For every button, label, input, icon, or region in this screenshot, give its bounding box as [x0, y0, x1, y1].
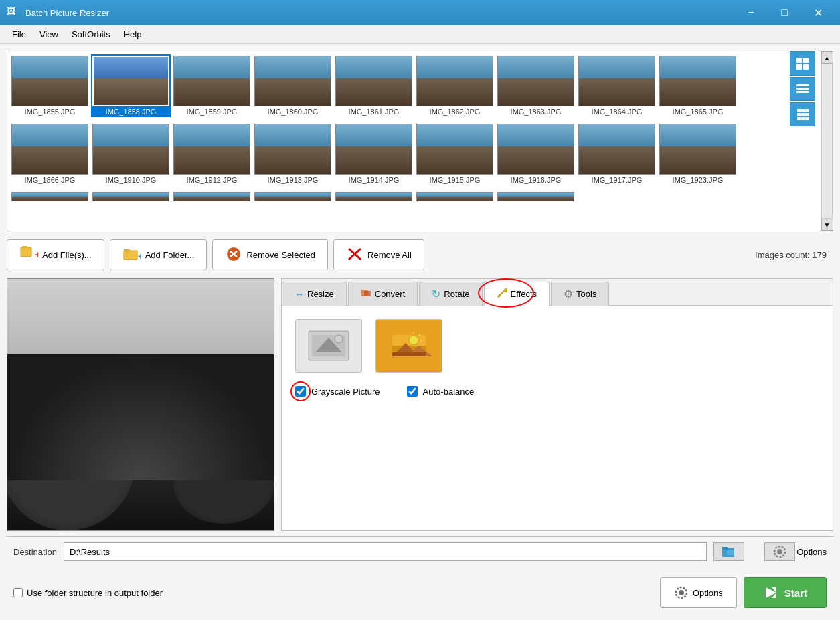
- effects-icons-grid: [295, 319, 819, 373]
- effects-svg-icon: [497, 288, 507, 298]
- svg-rect-45: [392, 352, 426, 356]
- scroll-up-button[interactable]: ▲: [821, 51, 833, 64]
- menu-file[interactable]: File: [5, 27, 33, 42]
- add-folder-button[interactable]: + Add Folder...: [110, 239, 207, 270]
- remove-selected-button[interactable]: Remove Selected: [212, 239, 328, 270]
- destination-browse-button[interactable]: [713, 542, 744, 561]
- bottom-buttons: Use folder structure in output folder Op…: [7, 572, 833, 613]
- thumb-1917[interactable]: IMG_1917.JPG: [577, 122, 657, 185]
- folder-structure-checkbox[interactable]: [13, 588, 23, 597]
- thumb-1859[interactable]: IMG_1859.JPG: [172, 54, 252, 117]
- svg-text:+: +: [138, 251, 141, 262]
- add-folder-label: Add Folder...: [145, 250, 195, 260]
- tab-tools[interactable]: ⚙ Tools: [551, 282, 609, 306]
- maximize-button[interactable]: □: [769, 3, 800, 23]
- scroll-track[interactable]: [821, 64, 833, 219]
- remove-all-button[interactable]: Remove All: [333, 239, 424, 270]
- grayscale-effect-item: [295, 319, 362, 373]
- autobalance-checkbox[interactable]: [407, 386, 418, 397]
- app-title: Batch Picture Resizer: [25, 8, 736, 18]
- color-effect-item: [375, 319, 442, 373]
- start-button[interactable]: Start: [744, 577, 827, 608]
- thumb-1864[interactable]: IMG_1864.JPG: [577, 54, 657, 117]
- add-folder-icon: +: [122, 246, 141, 264]
- destination-bar: Destination Options: [7, 536, 833, 566]
- thumb-1915[interactable]: IMG_1915.JPG: [415, 122, 495, 185]
- convert-label: Convert: [375, 289, 406, 299]
- thumb-1861[interactable]: IMG_1861.JPG: [334, 54, 414, 117]
- autobalance-checkbox-label[interactable]: Auto-balance: [423, 387, 475, 397]
- main-container: IMG_1855.JPG IMG_1858.JPG IMG_1859.JPG I…: [0, 44, 840, 620]
- folder-structure-row: Use folder structure in output folder: [13, 588, 163, 598]
- tab-rotate[interactable]: ↻ Rotate: [419, 282, 482, 306]
- svg-rect-1: [803, 58, 809, 63]
- svg-point-51: [679, 590, 684, 595]
- thumb-1914[interactable]: IMG_1914.JPG: [334, 122, 414, 185]
- image-row-1: IMG_1855.JPG IMG_1858.JPG IMG_1859.JPG I…: [7, 51, 821, 120]
- thumbnail-view-icon: [796, 57, 809, 70]
- folder-structure-label[interactable]: Use folder structure in output folder: [27, 588, 163, 598]
- svg-line-31: [498, 295, 500, 297]
- remove-all-label: Remove All: [367, 250, 412, 260]
- thumb-1912[interactable]: IMG_1912.JPG: [172, 122, 252, 185]
- thumb-row3-3[interactable]: [172, 191, 252, 201]
- browse-folder-icon: [722, 545, 736, 558]
- add-files-icon: +: [19, 245, 38, 265]
- grayscale-checkbox[interactable]: [295, 386, 306, 397]
- minimize-button[interactable]: −: [736, 3, 766, 23]
- thumb-1858[interactable]: IMG_1858.JPG: [91, 54, 171, 117]
- add-files-button[interactable]: + Add File(s)...: [7, 239, 104, 270]
- thumb-1865[interactable]: IMG_1865.JPG: [658, 54, 738, 117]
- thumb-1916[interactable]: IMG_1916.JPG: [496, 122, 576, 185]
- thumb-1913[interactable]: IMG_1913.JPG: [253, 122, 333, 185]
- menu-help[interactable]: Help: [117, 27, 149, 42]
- effects-tab-content: Grayscale Picture Auto-balance: [282, 306, 833, 530]
- image-strip-scrollbar[interactable]: ▲ ▼: [821, 51, 833, 231]
- thumb-1923[interactable]: IMG_1923.JPG: [658, 122, 738, 185]
- thumb-row3-2[interactable]: [91, 191, 171, 201]
- svg-rect-12: [805, 113, 809, 116]
- start-button-label: Start: [784, 587, 807, 599]
- thumb-1863[interactable]: IMG_1863.JPG: [496, 54, 576, 117]
- menu-bar: File View SoftOrbits Help: [0, 25, 840, 44]
- svg-rect-47: [722, 547, 728, 550]
- image-strip: IMG_1855.JPG IMG_1858.JPG IMG_1859.JPG I…: [7, 51, 821, 231]
- destination-input[interactable]: [64, 542, 707, 561]
- view-grid-button[interactable]: [790, 102, 815, 126]
- thumb-row3-6[interactable]: [415, 191, 495, 201]
- options-button[interactable]: Options: [660, 577, 737, 608]
- svg-rect-9: [805, 109, 809, 112]
- grayscale-checkbox-label[interactable]: Grayscale Picture: [311, 387, 380, 397]
- view-list-button[interactable]: [790, 77, 815, 101]
- scroll-down-button[interactable]: ▼: [821, 219, 833, 231]
- menu-softorbits[interactable]: SoftOrbits: [65, 27, 117, 42]
- options-gear-icon: [674, 585, 689, 600]
- thumb-row3-5[interactable]: [334, 191, 414, 201]
- thumb-1910[interactable]: IMG_1910.JPG: [91, 122, 171, 185]
- menu-view[interactable]: View: [33, 27, 65, 42]
- thumb-row3-7[interactable]: [496, 191, 576, 201]
- thumb-1860[interactable]: IMG_1860.JPG: [253, 54, 333, 117]
- thumb-1862[interactable]: IMG_1862.JPG: [415, 54, 495, 117]
- destination-options-small-button[interactable]: [764, 542, 795, 561]
- thumb-1866[interactable]: IMG_1866.JPG: [10, 122, 90, 185]
- rotate-icon: ↻: [432, 288, 440, 300]
- color-icon-box: [375, 319, 442, 373]
- svg-rect-48: [727, 550, 734, 555]
- tab-convert[interactable]: Convert: [348, 282, 418, 306]
- remove-selected-svg-icon: [225, 246, 242, 262]
- tab-resize[interactable]: ↔ Resize: [282, 282, 347, 306]
- thumb-1855[interactable]: IMG_1855.JPG: [10, 54, 90, 117]
- options-button-label: Options: [693, 588, 723, 598]
- thumb-row3-4[interactable]: [253, 191, 333, 201]
- svg-point-35: [335, 335, 343, 343]
- view-thumbnail-button[interactable]: [790, 51, 815, 76]
- svg-rect-28: [364, 291, 371, 296]
- tab-effects[interactable]: Effects: [484, 282, 550, 306]
- close-button[interactable]: ✕: [803, 3, 833, 23]
- svg-rect-6: [796, 91, 809, 93]
- image-row-2: IMG_1866.JPG IMG_1910.JPG IMG_1912.JPG I…: [7, 120, 821, 188]
- svg-rect-3: [803, 64, 809, 70]
- svg-rect-11: [801, 113, 805, 116]
- thumb-row3-1[interactable]: [10, 191, 90, 201]
